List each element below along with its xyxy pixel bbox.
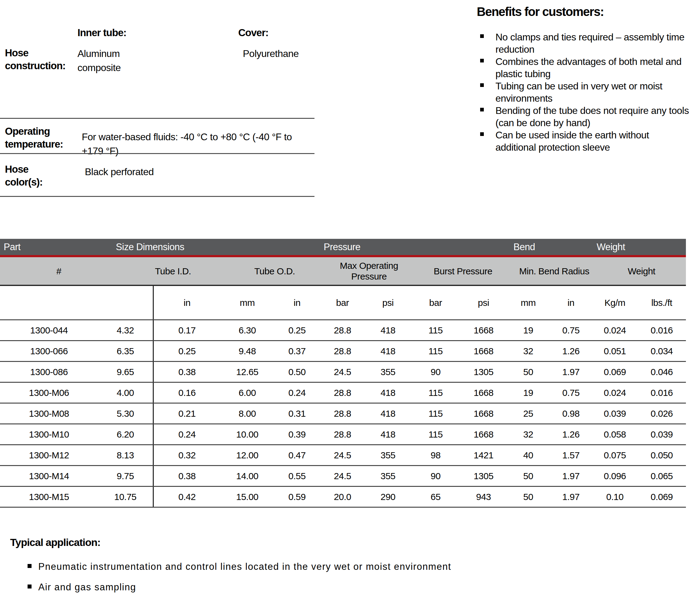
table-row: 1300-0666.350.259.480.3728.8418115166832… (0, 341, 686, 362)
table-cell: 65 (411, 487, 460, 507)
group-header-bend: Bend (513, 241, 535, 253)
table-cell: 6.30 (221, 320, 274, 341)
group-header-weight: Weight (597, 241, 625, 253)
table-cell: 0.050 (637, 445, 686, 466)
table-cell: 1300-066 (0, 341, 98, 362)
table-cell: 1305 (460, 362, 507, 383)
benefit-item-text: Can be used inside the earth without add… (495, 130, 649, 153)
table-cell: 1668 (460, 341, 507, 362)
table-cell: 355 (365, 362, 411, 383)
table-cell: 1668 (460, 320, 507, 341)
table-cell: 1300-086 (0, 362, 98, 383)
table-cell: 19 (507, 320, 549, 341)
application-item-text: Air and gas sampling (38, 582, 136, 592)
table-cell: 1305 (460, 466, 507, 487)
table-cell: 12.65 (221, 362, 274, 383)
unit-cell (98, 286, 153, 320)
table-cell: 1300-M15 (0, 487, 98, 507)
red-accent-line (0, 255, 686, 257)
unit-cell: Kg/m (592, 286, 637, 320)
table-cell: 0.024 (592, 320, 637, 341)
table-cell: 9.48 (221, 341, 274, 362)
table-cell: 0.24 (153, 424, 221, 445)
group-header-pressure: Pressure (324, 241, 360, 253)
table-cell: 355 (365, 466, 411, 487)
application-item: Pneumatic instrumentation and control li… (0, 561, 700, 573)
table-cell: 28.8 (320, 320, 365, 341)
table-row: 1300-M149.750.3814.000.5524.535590130550… (0, 466, 686, 487)
unit-cell (0, 286, 98, 320)
table-cell: 0.47 (274, 445, 320, 466)
benefit-item-text: Tubing can be used in very wet or moist … (495, 80, 662, 104)
table-cell: 1300-M12 (0, 445, 98, 466)
table-cell: 4.32 (98, 320, 153, 341)
table-cell: 1.26 (549, 424, 592, 445)
table-cell: 40 (507, 445, 549, 466)
application-item-text: Pneumatic instrumentation and control li… (38, 561, 452, 572)
typical-application-title: Typical application: (0, 536, 700, 549)
table-cell: 1668 (460, 383, 507, 403)
table-cell: 28.8 (320, 424, 365, 445)
table-cell: 1668 (460, 424, 507, 445)
unit-cell: mm (221, 286, 274, 320)
benefits-section: Benefits for customers: No clamps and ti… (467, 0, 698, 154)
table-cell: 1421 (460, 445, 507, 466)
unit-cell: mm (507, 286, 549, 320)
table-cell: 6.00 (221, 383, 274, 403)
table-cell: 0.16 (153, 383, 221, 403)
square-bullet-icon (28, 585, 32, 589)
table-cell: 1300-M14 (0, 466, 98, 487)
unit-row: inmminbarpsibarpsimminKg/mlbs./ft (0, 286, 686, 320)
hose-colors-value: Black perforated (85, 165, 154, 179)
table-cell: 1.97 (549, 362, 592, 383)
square-bullet-icon (480, 59, 484, 62)
table-cell: 0.075 (592, 445, 637, 466)
table-cell: 0.065 (637, 466, 686, 487)
benefit-item-text: Bending of the tube does not require any… (495, 105, 689, 128)
table-row: 1300-M1510.750.4215.000.5920.02906594350… (0, 487, 686, 507)
table-cell: 9.75 (98, 466, 153, 487)
square-bullet-icon (480, 34, 484, 38)
table-cell: 50 (507, 362, 549, 383)
table-cell: 1300-044 (0, 320, 98, 341)
table-cell: 943 (460, 487, 507, 507)
table-cell: 24.5 (320, 466, 365, 487)
table-cell: 0.38 (153, 466, 221, 487)
spec-section: Inner tube: Cover: Hose construction: Al… (0, 0, 314, 199)
table-cell: 0.59 (274, 487, 320, 507)
table-cell: 28.8 (320, 403, 365, 424)
table-cell: 1.26 (549, 341, 592, 362)
table-group-header-row: Part Size Dimensions Pressure Bend Weigh… (0, 239, 686, 255)
table-cell: 0.034 (637, 341, 686, 362)
benefit-item: Bending of the tube does not require any… (467, 104, 698, 129)
table-cell: 0.024 (592, 383, 637, 403)
table-cell: 10.75 (98, 487, 153, 507)
sub-header-burst-pressure: Burst Pressure (434, 266, 492, 276)
table-cell: 290 (365, 487, 411, 507)
table-cell: 0.42 (153, 487, 221, 507)
table-cell: 0.016 (637, 383, 686, 403)
spec-table-body: inmminbarpsibarpsimminKg/mlbs./ft1300-04… (0, 286, 686, 507)
table-cell: 50 (507, 466, 549, 487)
table-sub-header-row: # Tube I.D. Tube O.D. Max Operating Pres… (0, 257, 686, 286)
table-cell: 0.98 (549, 403, 592, 424)
datasheet-page: Inner tube: Cover: Hose construction: Al… (0, 0, 700, 594)
sub-header-number: # (56, 266, 61, 276)
table-cell: 115 (411, 320, 460, 341)
table-cell: 0.051 (592, 341, 637, 362)
benefit-item-text: No clamps and ties required – assembly t… (495, 32, 685, 55)
table-cell: 0.058 (592, 424, 637, 445)
table-cell: 8.00 (221, 403, 274, 424)
table-cell: 28.8 (320, 383, 365, 403)
table-cell: 25 (507, 403, 549, 424)
table-cell: 0.39 (274, 424, 320, 445)
table-cell: 28.8 (320, 341, 365, 362)
table-cell: 19 (507, 383, 549, 403)
table-cell: 1668 (460, 403, 507, 424)
table-cell: 0.17 (153, 320, 221, 341)
table-cell: 9.65 (98, 362, 153, 383)
table-cell: 1300-M08 (0, 403, 98, 424)
table-cell: 98 (411, 445, 460, 466)
table-cell: 0.069 (637, 487, 686, 507)
unit-cell: bar (320, 286, 365, 320)
